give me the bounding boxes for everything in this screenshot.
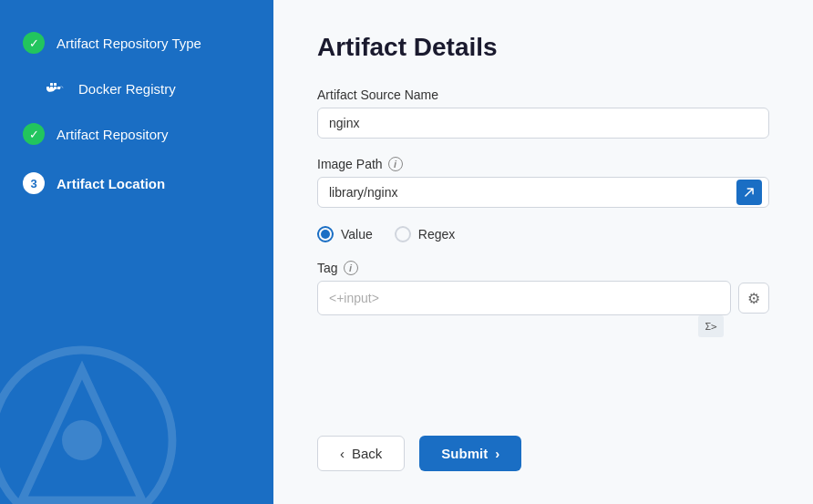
tag-info-icon[interactable]: i (344, 261, 358, 275)
radio-group: Value Regex (317, 226, 769, 242)
radio-value-circle (317, 226, 334, 242)
sidebar-item-artifact-repository[interactable]: ✓ Artifact Repository (0, 109, 273, 159)
back-label: Back (352, 446, 382, 461)
tag-label: Tag i (317, 261, 769, 275)
completed-badge: ✓ (23, 32, 45, 54)
sidebar-label-docker-registry: Docker Registry (78, 81, 176, 97)
check-icon-2: ✓ (22, 122, 46, 146)
tag-placeholder: <+input> (329, 291, 379, 305)
image-path-label: Image Path i (317, 157, 769, 171)
main-content: Artifact Details Artifact Source Name Im… (273, 0, 813, 504)
footer-actions: ‹ Back Submit › (317, 436, 769, 471)
completed-badge-2: ✓ (23, 123, 45, 145)
image-path-input[interactable] (317, 177, 769, 208)
radio-regex-label: Regex (418, 227, 455, 242)
sidebar-watermark (0, 340, 182, 504)
sidebar-label-artifact-repository-type: Artifact Repository Type (57, 36, 201, 51)
artifact-source-name-label: Artifact Source Name (317, 87, 769, 102)
artifact-source-name-group: Artifact Source Name (317, 87, 769, 139)
sidebar: ✓ Artifact Repository Type Docker Regist… (0, 0, 273, 504)
number-badge: 3 (22, 171, 46, 195)
image-path-pin-icon[interactable] (736, 180, 762, 205)
image-path-input-wrapper (317, 177, 769, 208)
back-arrow-icon: ‹ (340, 446, 345, 461)
svg-rect-3 (54, 83, 57, 86)
submit-button[interactable]: Submit › (419, 436, 521, 471)
back-button[interactable]: ‹ Back (317, 436, 405, 471)
tag-expr-icon[interactable]: Σ> (698, 315, 724, 337)
artifact-source-name-input[interactable] (317, 108, 769, 139)
docker-icon (44, 77, 67, 100)
sidebar-label-artifact-location: Artifact Location (57, 176, 165, 191)
tag-field-container: <+input> Σ> (317, 281, 731, 315)
sidebar-subitem-docker-registry[interactable]: Docker Registry (0, 67, 273, 109)
radio-value-inner (321, 230, 330, 239)
sidebar-label-artifact-repository: Artifact Repository (57, 127, 169, 142)
radio-regex-circle (395, 226, 411, 242)
tag-input-wrapper: <+input> Σ> ⚙ (317, 281, 769, 315)
svg-point-8 (62, 420, 102, 460)
image-path-info-icon[interactable]: i (388, 157, 403, 171)
tag-input[interactable]: <+input> (317, 281, 731, 315)
sidebar-item-artifact-location[interactable]: 3 Artifact Location (0, 159, 273, 208)
tag-gear-icon[interactable]: ⚙ (738, 283, 769, 314)
submit-arrow-icon: › (495, 446, 499, 461)
svg-rect-4 (50, 83, 53, 86)
form-section: Artifact Source Name Image Path i (317, 87, 769, 399)
image-path-group: Image Path i (317, 157, 769, 208)
check-icon-1: ✓ (22, 31, 46, 55)
radio-value-label: Value (341, 227, 373, 242)
sidebar-item-artifact-repository-type[interactable]: ✓ Artifact Repository Type (0, 18, 273, 67)
submit-label: Submit (441, 446, 488, 461)
page-title: Artifact Details (317, 33, 769, 62)
radio-regex-option[interactable]: Regex (395, 226, 455, 242)
step-number: 3 (23, 172, 45, 194)
radio-value-option[interactable]: Value (317, 226, 373, 242)
tag-group: Tag i <+input> Σ> ⚙ (317, 261, 769, 315)
